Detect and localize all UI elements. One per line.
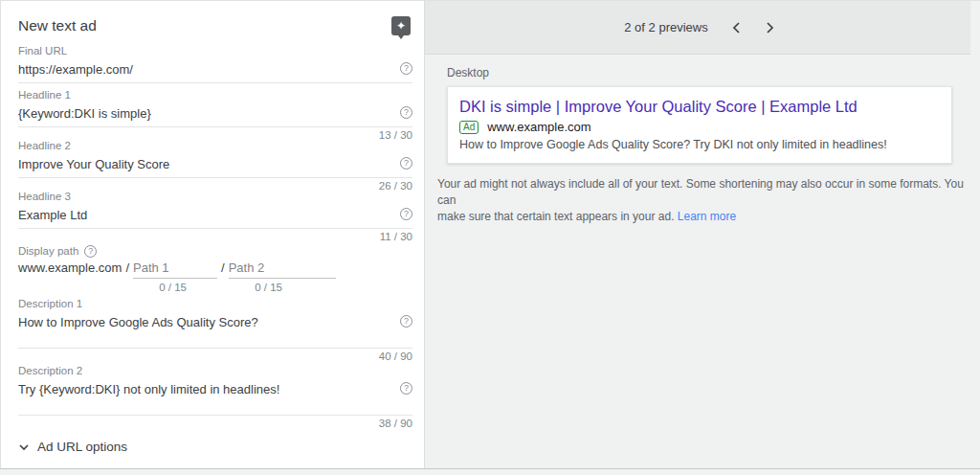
preview-disclaimer: Your ad might not always include all of … — [437, 176, 980, 225]
text-ad-form-panel: New text ad Final URL https://example.co… — [0, 1, 425, 468]
divider — [18, 415, 412, 416]
field-headline-2: Headline 2 Improve Your Quality Score 26… — [18, 140, 412, 191]
path-2-input[interactable]: Path 2 — [229, 260, 336, 279]
description-1-help-icon[interactable] — [400, 315, 412, 328]
ad-preview-card: DKI is simple | Improve Your Quality Sco… — [447, 86, 952, 164]
display-path-label: Display path — [18, 245, 78, 258]
device-label: Desktop — [447, 66, 980, 79]
ad-preview-panel: 2 of 2 previews Desktop DKI is simple | … — [425, 1, 980, 468]
divider — [18, 348, 412, 349]
headline-1-help-icon[interactable] — [400, 106, 412, 119]
headline-2-char-counter: 26 / 30 — [18, 181, 412, 191]
final-url-label: Final URL — [18, 45, 412, 57]
divider — [18, 228, 412, 229]
headline-2-input[interactable]: Improve Your Quality Score — [18, 157, 169, 171]
divider — [18, 82, 412, 83]
description-1-label: Description 1 — [18, 298, 412, 310]
final-url-help-icon[interactable] — [400, 62, 412, 75]
divider — [18, 177, 412, 178]
ad-preview-headline: DKI is simple | Improve Your Quality Sco… — [459, 97, 940, 117]
field-description-1: Description 1 How to Improve Google Ads … — [18, 298, 412, 361]
path-2-char-counter: 0 / 15 — [187, 282, 282, 293]
path-1-input[interactable]: Path 1 — [133, 260, 217, 279]
chevron-right-icon — [763, 21, 776, 34]
scrollbar-track[interactable] — [970, 1, 980, 468]
ad-url-options-toggle[interactable]: Ad URL options — [18, 440, 412, 454]
field-display-path: Display path www.example.com / Path 1 / … — [18, 245, 412, 293]
description-2-label: Description 2 — [18, 365, 412, 377]
path-1-char-counter: 0 / 15 — [18, 282, 187, 293]
description-1-char-counter: 40 / 90 — [18, 351, 412, 361]
next-preview-button[interactable] — [758, 16, 781, 39]
description-2-help-icon[interactable] — [400, 382, 412, 395]
chevron-left-icon — [730, 21, 744, 34]
field-final-url: Final URL https://example.com/ — [18, 45, 412, 83]
ad-suggestion-sparkle-icon[interactable] — [391, 16, 411, 35]
headline-3-help-icon[interactable] — [400, 208, 412, 220]
ad-url-options-label: Ad URL options — [37, 440, 127, 454]
previous-preview-button[interactable] — [725, 16, 748, 39]
preview-pager-bar: 2 of 2 previews — [425, 1, 980, 55]
divider — [18, 126, 412, 127]
preview-pager-text: 2 of 2 previews — [624, 20, 707, 34]
ad-editor-window: New text ad Final URL https://example.co… — [0, 0, 980, 469]
field-description-2: Description 2 Try {Keyword:DKI} not only… — [18, 365, 412, 428]
learn-more-link[interactable]: Learn more — [678, 210, 736, 223]
description-2-char-counter: 38 / 90 — [18, 418, 412, 428]
headline-2-label: Headline 2 — [18, 140, 412, 152]
ad-badge: Ad — [459, 121, 479, 134]
preview-body: Desktop DKI is simple | Improve Your Qua… — [425, 55, 980, 225]
display-path-base-url: www.example.com — [18, 260, 122, 275]
field-headline-3: Headline 3 Example Ltd 11 / 30 — [18, 191, 412, 241]
headline-3-label: Headline 3 — [18, 191, 412, 203]
ad-preview-description: How to Improve Google Ads Quality Score?… — [459, 137, 940, 152]
ad-preview-display-url: www.example.com — [487, 120, 590, 134]
disclaimer-line-1: Your ad might not always include all of … — [437, 177, 964, 207]
headline-1-label: Headline 1 — [18, 89, 412, 102]
headline-1-input[interactable]: {Keyword:DKI is simple} — [18, 106, 151, 121]
form-title: New text ad — [18, 16, 97, 35]
headline-1-char-counter: 13 / 30 — [18, 130, 412, 140]
chevron-down-icon — [18, 441, 30, 453]
headline-3-char-counter: 11 / 30 — [18, 232, 412, 241]
display-path-help-icon[interactable] — [84, 245, 97, 258]
field-headline-1: Headline 1 {Keyword:DKI is simple} 13 / … — [18, 89, 412, 140]
disclaimer-line-2: make sure that certain text appears in y… — [437, 210, 674, 223]
form-header: New text ad — [18, 16, 412, 35]
path-separator: / — [217, 260, 229, 275]
headline-3-input[interactable]: Example Ltd — [18, 208, 87, 222]
description-1-input[interactable]: How to Improve Google Ads Quality Score? — [18, 315, 258, 329]
final-url-input[interactable]: https://example.com/ — [18, 62, 133, 77]
path-separator: / — [122, 260, 133, 275]
headline-2-help-icon[interactable] — [400, 157, 412, 170]
description-2-input[interactable]: Try {Keyword:DKI} not only limited in he… — [18, 382, 279, 396]
